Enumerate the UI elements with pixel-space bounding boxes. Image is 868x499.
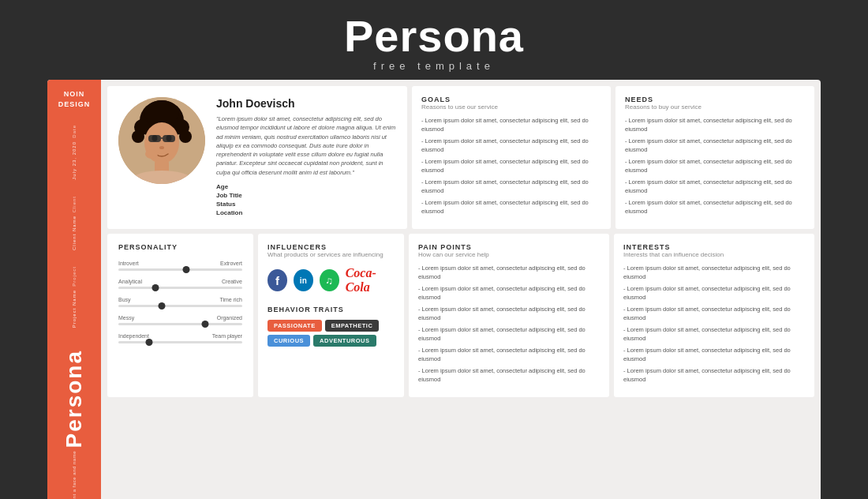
top-row: John Doevisch "Lorem ipsum dolor sit ame…: [107, 86, 814, 229]
linkedin-icon: in: [294, 269, 313, 291]
facebook-icon: f: [268, 269, 287, 291]
brand-text: NOIN DESIGN: [58, 89, 91, 109]
date-value: July 23, 2020: [72, 141, 77, 180]
trait-right-1: Creative: [222, 279, 242, 284]
content-area: John Doevisch "Lorem ipsum dolor sit ame…: [101, 80, 821, 499]
trait-right-4: Team player: [212, 333, 242, 339]
trait-dot-1: [152, 284, 159, 291]
trait-bar-0: [118, 268, 242, 271]
needs-item-0: - Lorem ipsum dolor sit amet, consectetu…: [625, 117, 805, 133]
profile-section: John Doevisch "Lorem ipsum dolor sit ame…: [107, 86, 407, 229]
svg-point-6: [179, 130, 192, 143]
trait-bar-3: [118, 323, 242, 325]
goals-item-2: - Lorem ipsum dolor sit amet, consectetu…: [421, 158, 601, 174]
goals-item-3: - Lorem ipsum dolor sit amet, consectetu…: [421, 178, 601, 195]
coca-cola-logo: Coca-Cola: [346, 266, 395, 295]
interests-item-5: - Lorem ipsum dolor sit amet, consectetu…: [623, 367, 805, 384]
needs-subtitle: Reasons to buy our service: [625, 103, 805, 111]
profile-name: John Doevisch: [216, 97, 396, 110]
pain-item-2: - Lorem ipsum dolor sit amet, consectetu…: [418, 306, 600, 322]
pain-title: PAIN POINTS: [418, 243, 600, 251]
influencers-subtitle: What products or services are influencin…: [268, 251, 395, 258]
needs-item-2: - Lorem ipsum dolor sit amet, consectetu…: [625, 158, 805, 174]
trait-row-1: Analytical Creative: [118, 279, 242, 289]
trait-bar-2: [118, 305, 242, 307]
svg-rect-10: [148, 135, 161, 142]
trait-left-4: Independent: [118, 333, 149, 339]
project-value: Project Name: [72, 290, 77, 328]
trait-labels-4: Independent Team player: [118, 333, 242, 339]
personality-title: PERSONALITY: [118, 243, 242, 251]
trait-labels-1: Analytical Creative: [118, 279, 242, 284]
sidebar-description: This persona canvas can be used to give …: [71, 451, 77, 499]
interests-subtitle: Interests that can influence decision: [623, 251, 805, 258]
field-location: Location: [216, 209, 396, 216]
interests-item-2: - Lorem ipsum dolor sit amet, consectetu…: [623, 306, 805, 322]
trait-right-2: Time rich: [219, 297, 242, 302]
pain-item-0: - Lorem ipsum dolor sit amet, consectetu…: [418, 265, 600, 281]
profile-info: John Doevisch "Lorem ipsum dolor sit ame…: [216, 97, 396, 218]
needs-item-4: - Lorem ipsum dolor sit amet, consectetu…: [625, 199, 805, 216]
trait-labels-2: Busy Time rich: [118, 297, 242, 302]
pain-subtitle: How can our service help: [418, 251, 600, 258]
traits-container: Introvert Extrovert Analytical Creative …: [118, 261, 242, 343]
client-value: Client Name: [72, 216, 77, 250]
trait-labels-0: Introvert Extrovert: [118, 261, 242, 266]
goals-subtitle: Reasons to use our service: [421, 103, 601, 111]
main-card: NOIN DESIGN Date July 23, 2020 Client Cl…: [47, 80, 821, 499]
trait-row-2: Busy Time rich: [118, 297, 242, 307]
pain-item-1: - Lorem ipsum dolor sit amet, consectetu…: [418, 285, 600, 302]
svg-point-5: [132, 130, 144, 143]
behavior-tag-0: PASSIONATE: [268, 320, 322, 332]
page-subtitle: free template: [0, 60, 868, 72]
pain-item-4: - Lorem ipsum dolor sit amet, consectetu…: [418, 347, 600, 363]
trait-left-2: Busy: [118, 297, 131, 302]
field-jobtitle: Job Title: [216, 192, 396, 199]
influencer-icons: f in ♫ Coca-Cola: [268, 266, 395, 295]
svg-rect-11: [163, 135, 175, 142]
project-label: Project: [72, 266, 77, 287]
influencers-section: INFLUENCERS What products or services ar…: [258, 234, 404, 397]
trait-row-4: Independent Team player: [118, 333, 242, 343]
interests-title: INTERESTS: [623, 243, 805, 251]
interests-section: INTERESTS Interests that can influence d…: [614, 234, 814, 397]
behavior-traits-title: BEHAVIOR TRAITS: [268, 306, 395, 313]
trait-dot-3: [201, 321, 208, 328]
left-sidebar: NOIN DESIGN Date July 23, 2020 Client Cl…: [47, 80, 101, 499]
svg-point-2: [144, 100, 179, 126]
trait-left-1: Analytical: [118, 279, 142, 284]
bottom-row: PERSONALITY Introvert Extrovert Analytic…: [107, 234, 814, 397]
behavior-tag-2: CURIOUS: [268, 335, 310, 347]
spotify-icon: ♫: [320, 269, 339, 291]
needs-title: NEEDS: [625, 96, 805, 103]
goals-item-0: - Lorem ipsum dolor sit amet, consectetu…: [421, 117, 601, 133]
goals-item-1: - Lorem ipsum dolor sit amet, consectetu…: [421, 137, 601, 154]
goals-item-4: - Lorem ipsum dolor sit amet, consectetu…: [421, 199, 601, 216]
interests-item-4: - Lorem ipsum dolor sit amet, consectetu…: [623, 347, 805, 363]
interests-item-3: - Lorem ipsum dolor sit amet, consectetu…: [623, 326, 805, 343]
goals-section: GOALS Reasons to use our service - Lorem…: [412, 86, 611, 229]
avatar: [118, 97, 205, 184]
page-header: Persona free template: [0, 0, 868, 80]
pain-points-section: PAIN POINTS How can our service help - L…: [409, 234, 609, 397]
pain-item-3: - Lorem ipsum dolor sit amet, consectetu…: [418, 326, 600, 343]
interests-item-1: - Lorem ipsum dolor sit amet, consectetu…: [623, 285, 805, 302]
svg-point-16: [145, 149, 158, 159]
needs-section: NEEDS Reasons to buy our service - Lorem…: [615, 86, 814, 229]
interests-item-0: - Lorem ipsum dolor sit amet, consectetu…: [623, 265, 805, 281]
persona-label: Persona: [62, 350, 87, 448]
trait-left-3: Messy: [118, 315, 134, 321]
needs-item-3: - Lorem ipsum dolor sit amet, consectetu…: [625, 178, 805, 195]
trait-right-0: Extrovert: [220, 261, 242, 266]
behavior-tag-1: EMPATHETIC: [325, 320, 380, 332]
profile-bio: "Lorem ipsum dolor sit amet, consectetur…: [216, 114, 396, 177]
trait-row-0: Introvert Extrovert: [118, 261, 242, 271]
trait-dot-4: [146, 339, 153, 346]
behavior-tag-3: ADVENTUROUS: [313, 335, 376, 347]
personality-section: PERSONALITY Introvert Extrovert Analytic…: [107, 234, 253, 397]
trait-row-3: Messy Organized: [118, 315, 242, 325]
trait-right-3: Organized: [217, 315, 242, 321]
trait-bar-1: [118, 287, 242, 289]
svg-point-13: [159, 146, 164, 149]
influencers-title: INFLUENCERS: [268, 243, 395, 251]
